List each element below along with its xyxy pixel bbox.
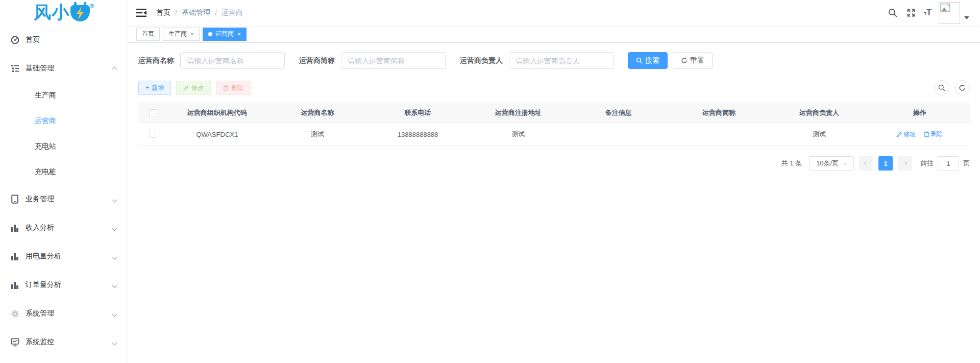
column-header: 运营商注册地址 <box>468 108 569 117</box>
breadcrumb-current: 运营商 <box>222 8 243 17</box>
fullscreen-icon[interactable] <box>905 7 917 18</box>
close-icon[interactable]: × <box>237 31 241 38</box>
refresh-table-button[interactable] <box>954 80 970 95</box>
tab-home[interactable]: 首页 <box>136 28 160 41</box>
breadcrumb-separator: / <box>175 9 177 17</box>
operator-name-input[interactable] <box>180 52 285 69</box>
row-delete-link[interactable]: 删除 <box>924 130 943 138</box>
logo-text: 风小 <box>34 2 69 22</box>
pagination-total: 共 1 条 <box>781 159 802 168</box>
header-search-icon[interactable] <box>887 7 898 18</box>
sidebar-item-operator[interactable]: 运营商 <box>0 108 128 134</box>
cell-address: 测试 <box>468 130 569 139</box>
broken-image-icon <box>940 4 951 13</box>
chevron-down-icon <box>113 281 116 289</box>
sidebar-item-system-monitor[interactable]: 系统监控 <box>0 328 128 356</box>
page-number-button[interactable]: 1 <box>878 156 893 171</box>
search-button-label: 搜索 <box>645 56 659 65</box>
column-header: 运营商负责人 <box>769 108 870 117</box>
filter-label: 运营商负责人 <box>460 56 503 65</box>
chevron-down-icon <box>113 224 116 232</box>
operator-manager-input[interactable] <box>509 52 614 69</box>
row-edit-label: 修改 <box>903 130 916 139</box>
app-logo[interactable]: 风小 ® <box>0 0 128 26</box>
column-header: 操作 <box>869 108 970 117</box>
tab-label: 首页 <box>142 30 154 38</box>
main-area: 首页 / 基础管理 / 运营商 тT 首页 <box>128 0 980 363</box>
top-navbar: 首页 / 基础管理 / 运营商 тT <box>128 0 980 26</box>
sidebar-item-business-management[interactable]: 业务管理 <box>0 185 128 213</box>
delete-button[interactable]: 删除 <box>216 81 251 95</box>
reset-button-label: 重置 <box>690 56 704 65</box>
sidebar-item-system-management[interactable]: 系统管理 <box>0 299 128 328</box>
sidebar-toggle-icon[interactable] <box>136 7 147 18</box>
edit-button[interactable]: 修改 <box>176 81 211 95</box>
sidebar-item-base-management[interactable]: 基础管理 <box>0 54 128 83</box>
sidebar-item-producer[interactable]: 生产商 <box>0 83 128 108</box>
sidebar-item-charging-pile[interactable]: 充电桩 <box>0 159 128 185</box>
breadcrumb-section[interactable]: 基础管理 <box>182 8 210 17</box>
trash-icon <box>924 131 929 137</box>
monitor-icon <box>10 337 19 347</box>
reset-button[interactable]: 重置 <box>673 52 713 69</box>
row-delete-label: 删除 <box>931 130 943 138</box>
sidebar-item-label: 基础管理 <box>26 64 54 73</box>
filter-operator-short-name: 运营商简称 <box>299 52 446 69</box>
sidebar-item-label: 系统管理 <box>26 309 54 318</box>
sidebar-item-charging-station[interactable]: 充电站 <box>0 134 128 159</box>
submenu-item-label: 生产商 <box>35 91 56 100</box>
navbar-actions: тT <box>887 2 972 23</box>
user-menu[interactable] <box>939 2 972 23</box>
cell-name: 测试 <box>267 130 368 139</box>
logo-plug-icon <box>70 5 90 21</box>
sidebar-item-income-analysis[interactable]: 收入分析 <box>0 213 128 242</box>
sidebar-item-label: 订单量分析 <box>26 280 61 289</box>
row-checkbox-cell <box>138 131 167 138</box>
tab-operator[interactable]: 运营商 × <box>203 28 247 41</box>
sidebar: 风小 ® 首页 基础管理 生产商 运营商 充电站 <box>0 0 128 363</box>
submenu-item-label: 运营商 <box>35 116 56 126</box>
avatar[interactable] <box>939 2 960 23</box>
table-toolbar-right <box>934 80 970 95</box>
row-checkbox[interactable] <box>149 131 156 138</box>
bar-chart-icon <box>10 223 19 232</box>
column-header: 运营商简称 <box>669 108 769 117</box>
chevron-down-icon <box>113 252 116 260</box>
caret-down-icon <box>964 16 969 19</box>
toggle-search-button[interactable] <box>934 80 949 95</box>
submenu-item-label: 充电桩 <box>35 167 56 177</box>
pagination-goto: 前往 页 <box>920 156 970 171</box>
phone-icon <box>10 195 19 204</box>
sidebar-item-label: 业务管理 <box>26 195 54 204</box>
next-page-button[interactable] <box>898 156 912 171</box>
search-button[interactable]: 搜索 <box>628 52 668 69</box>
tab-producer[interactable]: 生产商 × <box>163 28 200 41</box>
table-row[interactable]: QWASFDCX1 测试 13888888888 测试 测试 修改 删除 <box>138 123 970 146</box>
sidebar-item-order-analysis[interactable]: 订单量分析 <box>0 271 128 299</box>
pencil-icon <box>896 132 902 137</box>
operator-short-name-input[interactable] <box>341 52 446 69</box>
chevron-down-icon <box>843 160 847 164</box>
goto-label: 前往 <box>920 159 934 168</box>
breadcrumb-home[interactable]: 首页 <box>156 8 170 17</box>
tab-label: 生产商 <box>168 30 187 38</box>
row-edit-link[interactable]: 修改 <box>896 130 916 139</box>
sidebar-item-electricity-analysis[interactable]: 用电量分析 <box>0 242 128 271</box>
chevron-down-icon <box>113 338 116 346</box>
select-all-checkbox[interactable] <box>149 109 156 116</box>
sidebar-menu: 首页 基础管理 生产商 运营商 充电站 充电桩 业务管理 <box>0 26 128 356</box>
sidebar-item-home[interactable]: 首页 <box>0 26 128 54</box>
prev-page-button[interactable] <box>859 156 873 171</box>
pencil-icon <box>183 85 189 91</box>
plus-icon: + <box>145 84 149 91</box>
operator-table: 运营商组织机构代码 运营商名称 联系电话 运营商注册地址 备注信息 运营商简称 … <box>138 103 970 146</box>
chevron-left-icon <box>864 161 868 165</box>
column-header: 联系电话 <box>368 108 468 117</box>
add-button[interactable]: + 新增 <box>138 81 171 95</box>
page-size-select[interactable]: 10条/页 <box>809 156 854 171</box>
page-content: 运营商名称 运营商简称 运营商负责人 搜索 重置 + <box>128 43 980 363</box>
font-size-icon[interactable]: тT <box>924 9 932 17</box>
close-icon[interactable]: × <box>190 31 194 38</box>
goto-page-input[interactable] <box>938 156 959 171</box>
chevron-up-icon <box>113 64 116 72</box>
